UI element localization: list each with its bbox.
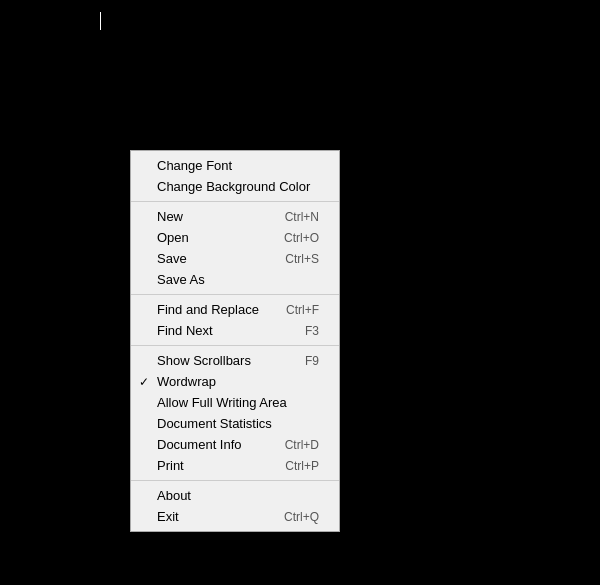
separator-4	[131, 480, 339, 481]
menu-item-label: Wordwrap	[157, 374, 216, 389]
menu-item-shortcut: F3	[305, 324, 319, 338]
menu-item-show-scrollbars[interactable]: Show Scrollbars F9	[131, 350, 339, 371]
menu-item-change-font[interactable]: Change Font	[131, 155, 339, 176]
menu-item-save[interactable]: Save Ctrl+S	[131, 248, 339, 269]
menu-item-label: Find and Replace	[157, 302, 259, 317]
menu-item-shortcut: F9	[305, 354, 319, 368]
menu-item-document-info[interactable]: Document Info Ctrl+D	[131, 434, 339, 455]
menu-item-label: Allow Full Writing Area	[157, 395, 287, 410]
menu-item-label: Print	[157, 458, 184, 473]
menu-item-label: Save	[157, 251, 187, 266]
menu-item-label: Find Next	[157, 323, 213, 338]
separator-2	[131, 294, 339, 295]
menu-item-label: Change Font	[157, 158, 232, 173]
text-cursor	[100, 12, 101, 30]
separator-3	[131, 345, 339, 346]
menu-item-label: Document Info	[157, 437, 242, 452]
menu-item-label: Change Background Color	[157, 179, 310, 194]
menu-item-change-bg-color[interactable]: Change Background Color	[131, 176, 339, 197]
menu-item-shortcut: Ctrl+F	[286, 303, 319, 317]
menu-item-shortcut: Ctrl+D	[285, 438, 319, 452]
menu-item-exit[interactable]: Exit Ctrl+Q	[131, 506, 339, 527]
menu-item-shortcut: Ctrl+S	[285, 252, 319, 266]
menu-item-about[interactable]: About	[131, 485, 339, 506]
menu-item-wordwrap[interactable]: ✓ Wordwrap	[131, 371, 339, 392]
menu-item-label: About	[157, 488, 191, 503]
menu-item-shortcut: Ctrl+O	[284, 231, 319, 245]
menu-item-allow-full-writing[interactable]: Allow Full Writing Area	[131, 392, 339, 413]
menu-item-find-next[interactable]: Find Next F3	[131, 320, 339, 341]
menu-item-label: Open	[157, 230, 189, 245]
menu-item-save-as[interactable]: Save As	[131, 269, 339, 290]
menu-item-shortcut: Ctrl+P	[285, 459, 319, 473]
menu-item-label: Show Scrollbars	[157, 353, 251, 368]
menu-item-print[interactable]: Print Ctrl+P	[131, 455, 339, 476]
menu-item-find-replace[interactable]: Find and Replace Ctrl+F	[131, 299, 339, 320]
menu-item-shortcut: Ctrl+N	[285, 210, 319, 224]
menu-item-label: Exit	[157, 509, 179, 524]
menu-item-label: Save As	[157, 272, 205, 287]
menu-item-label: New	[157, 209, 183, 224]
check-icon: ✓	[139, 375, 149, 389]
separator-1	[131, 201, 339, 202]
context-menu: Change Font Change Background Color New …	[130, 150, 340, 532]
menu-item-label: Document Statistics	[157, 416, 272, 431]
menu-item-open[interactable]: Open Ctrl+O	[131, 227, 339, 248]
menu-item-new[interactable]: New Ctrl+N	[131, 206, 339, 227]
menu-item-document-statistics[interactable]: Document Statistics	[131, 413, 339, 434]
menu-item-shortcut: Ctrl+Q	[284, 510, 319, 524]
